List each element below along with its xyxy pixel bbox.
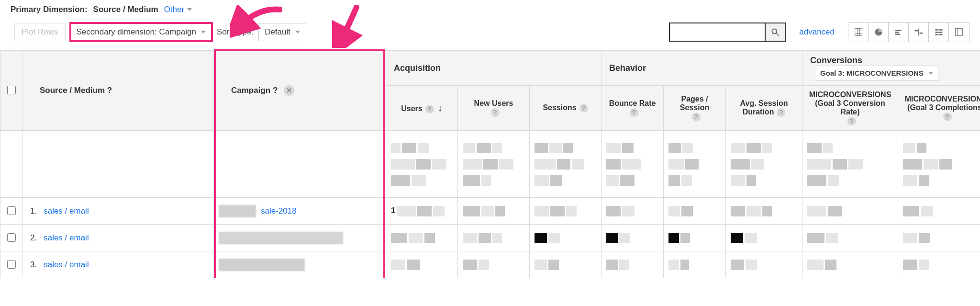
redacted-value [802, 131, 898, 197]
redacted-value [530, 198, 601, 224]
redacted-value [664, 198, 725, 224]
redacted-value [386, 131, 457, 197]
bounce-rate-header[interactable]: Bounce Rate? [601, 86, 664, 131]
row-checkbox[interactable] [7, 206, 16, 215]
redacted-value [726, 251, 802, 278]
annotation-arrow-icon [230, 5, 282, 38]
view-comparison-button[interactable] [909, 23, 929, 42]
help-icon[interactable]: ? [491, 108, 500, 117]
primary-dimension-active[interactable]: Source / Medium [93, 5, 158, 14]
svg-rect-13 [919, 33, 923, 34]
source-medium-link[interactable]: sales / email [44, 260, 89, 270]
pages-session-header[interactable]: Pages / Session? [664, 86, 726, 131]
select-all-checkbox[interactable] [7, 86, 16, 94]
row-index: 3. [30, 260, 37, 270]
view-pie-button[interactable] [869, 23, 889, 42]
search-input[interactable] [669, 23, 765, 42]
svg-rect-9 [895, 32, 899, 33]
svg-rect-20 [958, 29, 963, 31]
remove-dimension-icon[interactable]: ✕ [284, 85, 294, 96]
goal-conv-rate-header[interactable]: MICROCONVERSIONS (Goal 3 Conversion Rate… [802, 86, 898, 131]
search-icon [770, 27, 780, 37]
help-icon[interactable]: ? [107, 86, 112, 95]
svg-line-1 [777, 34, 779, 36]
row-index: 2. [30, 233, 37, 243]
new-users-header[interactable]: New Users? [458, 86, 530, 131]
help-icon[interactable]: ? [777, 108, 785, 117]
row-index: 1. [30, 206, 37, 216]
table-icon [854, 27, 863, 37]
help-icon[interactable]: ? [273, 86, 278, 95]
other-label: Other [164, 5, 185, 14]
svg-rect-16 [935, 32, 942, 33]
pages-session-label: Pages / Session [680, 95, 709, 112]
conversions-label: Conversions [810, 56, 862, 65]
svg-point-0 [772, 29, 777, 34]
source-medium-header[interactable]: Source / Medium ? [22, 51, 214, 131]
svg-rect-14 [935, 29, 938, 31]
help-icon[interactable]: ? [943, 113, 952, 121]
redacted-value [219, 259, 305, 271]
campaign-cell[interactable]: sale-2018 [214, 205, 386, 217]
row-checkbox[interactable] [7, 260, 16, 269]
redacted-value [726, 198, 802, 224]
view-term-cloud-button[interactable] [929, 23, 949, 42]
source-medium-header-label: Source / Medium [40, 86, 105, 95]
redacted-value [219, 205, 256, 217]
help-icon[interactable]: ? [847, 117, 856, 125]
users-header[interactable]: Users?↓ [386, 86, 458, 131]
redacted-value [726, 131, 802, 197]
redacted-value [601, 131, 663, 197]
svg-rect-15 [939, 29, 942, 31]
chevron-down-icon [928, 72, 933, 75]
row-checkbox[interactable] [7, 233, 16, 242]
search-button[interactable] [765, 23, 786, 42]
new-users-label: New Users [474, 99, 513, 107]
redacted-value [601, 198, 663, 224]
goal-completions-label: MICROCONVERSIONS (Goal 3 Completions) [905, 95, 980, 112]
redacted-value [530, 131, 601, 197]
plot-rows-button: Plot Rows [14, 23, 66, 41]
table-row: 3.sales / email [0, 251, 980, 278]
table-row: 2.sales / email [0, 225, 980, 251]
goal-completions-header[interactable]: MICROCONVERSIONS (Goal 3 Completions)? [898, 86, 980, 131]
source-medium-link[interactable]: sales / email [44, 206, 89, 216]
redacted-value [458, 131, 529, 197]
svg-rect-17 [935, 34, 938, 35]
goal-conv-rate-label: MICROCONVERSIONS (Goal 3 Conversion Rate… [809, 91, 891, 116]
help-icon[interactable]: ? [692, 113, 701, 121]
help-icon[interactable]: ? [630, 108, 638, 117]
redacted-value [664, 225, 725, 251]
conversions-goal-value: Goal 3: MICROCONVERSIONS [820, 69, 924, 77]
sessions-header[interactable]: Sessions? [530, 86, 601, 131]
redacted-value [898, 198, 980, 224]
avg-session-duration-header[interactable]: Avg. Session Duration? [726, 86, 802, 131]
advanced-link[interactable]: advanced [799, 27, 835, 37]
conversions-goal-select[interactable]: Goal 3: MICROCONVERSIONS [815, 66, 938, 80]
chevron-down-icon [187, 8, 192, 11]
redacted-value [898, 251, 980, 278]
svg-rect-12 [914, 30, 918, 32]
acquisition-group-header: Acquisition [386, 51, 601, 86]
primary-dimension-label: Primary Dimension: [11, 5, 88, 14]
svg-rect-18 [939, 34, 942, 35]
redacted-value [664, 251, 725, 278]
comparison-icon [914, 27, 924, 37]
redacted-value [458, 251, 529, 278]
primary-dimension-other[interactable]: Other [164, 5, 192, 14]
view-bar-button[interactable] [889, 23, 909, 42]
cloud-icon [934, 27, 944, 37]
campaign-header[interactable]: Campaign ? ✕ [214, 51, 386, 131]
view-data-table-button[interactable] [848, 23, 869, 42]
campaign-cell[interactable] [214, 232, 386, 244]
chevron-down-icon [295, 31, 300, 34]
source-medium-link[interactable]: sales / email [44, 233, 89, 243]
help-icon[interactable]: ? [579, 104, 588, 113]
help-icon[interactable]: ? [425, 105, 434, 113]
secondary-dimension-dropdown[interactable]: Secondary dimension: Campaign [70, 23, 212, 41]
campaign-cell[interactable] [214, 259, 386, 271]
bar-chart-icon [894, 27, 903, 37]
sort-desc-icon: ↓ [438, 102, 443, 113]
view-pivot-button[interactable] [949, 23, 969, 42]
select-all-header[interactable] [0, 51, 22, 131]
